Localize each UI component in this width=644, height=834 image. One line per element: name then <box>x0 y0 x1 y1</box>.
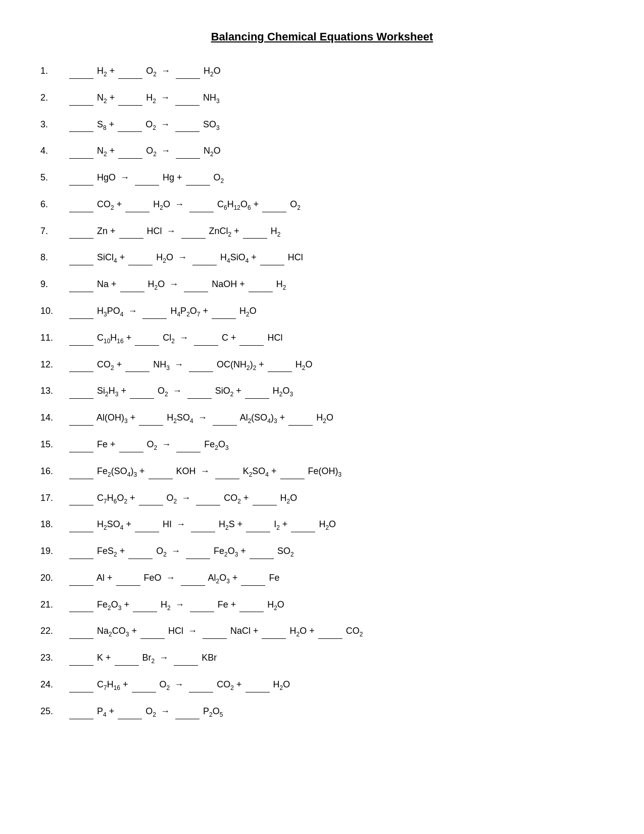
coefficient-blank <box>253 491 277 506</box>
equation-number: 20. <box>40 571 68 585</box>
coefficient-blank <box>69 624 93 639</box>
equation-number: 8. <box>40 250 68 265</box>
coefficient-blank <box>125 357 150 373</box>
coefficient-blank <box>249 277 273 292</box>
coefficient-blank <box>196 491 220 506</box>
equation-content: Fe2(SO4)3 + KOH → K2SO4 + Fe(OH)3 <box>68 464 341 480</box>
reaction-arrow: → <box>120 172 129 182</box>
coefficient-blank <box>135 517 159 532</box>
equation-content: Al(OH)3 + H2SO4 → Al2(SO4)3 + H2O <box>68 410 333 426</box>
coefficient-blank <box>69 224 93 239</box>
coefficient-blank <box>246 517 270 532</box>
coefficient-blank <box>135 331 159 346</box>
reaction-arrow: → <box>198 412 207 423</box>
coefficient-blank <box>118 704 142 719</box>
equation-number: 11. <box>40 331 68 345</box>
equation-number: 22. <box>40 624 68 638</box>
equation-number: 19. <box>40 544 68 559</box>
coefficient-blank <box>245 677 270 692</box>
equation-number: 6. <box>40 197 68 212</box>
page-title: Balancing Chemical Equations Worksheet <box>40 30 604 43</box>
equation-content: H2SO4 + HI → H2S + I2 + H2O <box>68 517 336 533</box>
equation-row: 21. Fe2O3 + H2 → Fe + H2O <box>40 597 604 613</box>
equation-number: 25. <box>40 704 68 719</box>
equation-row: 15. Fe + O2 → Fe2O3 <box>40 437 604 453</box>
coefficient-blank <box>262 624 286 639</box>
equation-number: 3. <box>40 117 68 132</box>
coefficient-blank <box>176 64 200 79</box>
coefficient-blank <box>139 491 163 506</box>
reaction-arrow: → <box>175 599 184 610</box>
coefficient-blank <box>239 597 264 613</box>
reaction-arrow: → <box>176 519 185 529</box>
reaction-arrow: → <box>173 386 182 396</box>
equation-row: 13. Si2H3 + O2 → SiO2 + H2O3 <box>40 384 604 399</box>
equation-number: 2. <box>40 90 68 105</box>
reaction-arrow: → <box>175 199 184 209</box>
equation-row: 16. Fe2(SO4)3 + KOH → K2SO4 + Fe(OH)3 <box>40 464 604 480</box>
equation-row: 8. SiCl4 + H2O → H4SiO4 + HCl <box>40 250 604 266</box>
coefficient-blank <box>243 224 267 239</box>
reaction-arrow: → <box>159 653 168 663</box>
coefficient-blank <box>190 597 214 613</box>
coefficient-blank <box>133 597 157 613</box>
coefficient-blank <box>128 544 153 559</box>
equation-number: 23. <box>40 651 68 665</box>
equation-content: HgO → Hg + O2 <box>68 170 224 186</box>
equation-content: P4 + O2 → P2O5 <box>68 704 223 720</box>
equation-row: 22. Na2CO3 + HCl → NaCl + H2O + CO2 <box>40 624 604 639</box>
coefficient-blank <box>69 464 93 479</box>
equation-content: C7H6O2 + O2 → CO2 + H2O <box>68 491 297 506</box>
reaction-arrow: → <box>161 119 170 129</box>
coefficient-blank <box>194 331 218 346</box>
equation-number: 12. <box>40 357 68 372</box>
coefficient-blank <box>215 464 239 479</box>
reaction-arrow: → <box>174 359 183 369</box>
equation-row: 25. P4 + O2 → P2O5 <box>40 704 604 720</box>
equation-content: N2 + H2 → NH3 <box>68 90 220 106</box>
reaction-arrow: → <box>128 306 137 316</box>
coefficient-blank <box>239 331 264 346</box>
equation-content: FeS2 + O2 → Fe2O3 + SO2 <box>68 544 294 560</box>
equation-row: 6. CO2 + H2O → C6H12O6 + O2 <box>40 197 604 213</box>
equation-row: 14. Al(OH)3 + H2SO4 → Al2(SO4)3 + H2O <box>40 410 604 426</box>
coefficient-blank <box>288 410 313 426</box>
equation-number: 14. <box>40 410 68 425</box>
equation-content: C7H16 + O2 → CO2 + H2O <box>68 677 290 693</box>
equation-content: H2 + O2 → H2O <box>68 64 221 79</box>
coefficient-blank <box>241 571 265 586</box>
reaction-arrow: → <box>178 252 187 262</box>
coefficient-blank <box>120 277 144 292</box>
equation-content: Zn + HCl → ZnCl2 + H2 <box>68 224 280 240</box>
equation-row: 20. Al + FeO → Al2O3 + Fe <box>40 571 604 586</box>
coefficient-blank <box>69 704 93 719</box>
coefficient-blank <box>118 90 142 106</box>
coefficient-blank <box>181 224 206 239</box>
equation-content: Fe + O2 → Fe2O3 <box>68 437 229 453</box>
coefficient-blank <box>260 250 284 265</box>
coefficient-blank <box>174 651 198 666</box>
coefficient-blank <box>176 144 200 159</box>
equation-row: 23. K + Br2 → KBr <box>40 651 604 666</box>
reaction-arrow: → <box>179 333 188 343</box>
coefficient-blank <box>69 144 93 159</box>
coefficient-blank <box>203 624 227 639</box>
equation-number: 5. <box>40 170 68 185</box>
equation-content: C10H16 + Cl2 → C + HCl <box>68 331 282 346</box>
coefficient-blank <box>212 304 236 319</box>
coefficient-blank <box>186 544 210 559</box>
equation-number: 9. <box>40 277 68 292</box>
coefficient-blank <box>128 250 153 265</box>
equation-content: Al + FeO → Al2O3 + Fe <box>68 571 280 586</box>
equation-number: 4. <box>40 144 68 158</box>
coefficient-blank <box>69 597 93 613</box>
coefficient-blank <box>280 464 305 479</box>
coefficient-blank <box>69 544 93 559</box>
coefficient-blank <box>184 277 208 292</box>
coefficient-blank <box>119 224 143 239</box>
coefficient-blank <box>175 704 200 719</box>
coefficient-blank <box>250 544 274 559</box>
coefficient-blank <box>268 357 292 373</box>
equation-content: CO2 + NH3 → OC(NH2)2 + H2O <box>68 357 313 373</box>
equation-row: 3. S8 + O2 → SO3 <box>40 117 604 133</box>
